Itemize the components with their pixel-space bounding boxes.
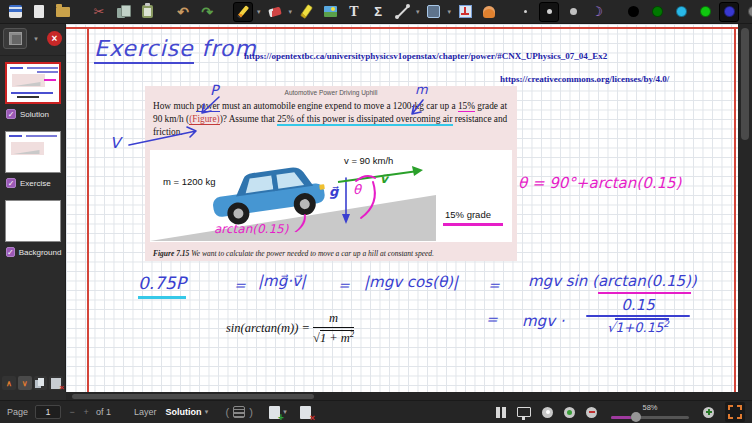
zoom-slider[interactable] xyxy=(611,412,689,422)
color-darkgreen-button[interactable] xyxy=(647,2,667,22)
vertical-scrollbar[interactable] xyxy=(738,24,752,392)
layer-thumbnail-exercise[interactable] xyxy=(5,131,61,173)
exercise-text: How much power must an automobile engine… xyxy=(153,100,509,139)
equation1-term3: mgv sin (arctan(0.15)) xyxy=(528,272,697,290)
cyan-swatch xyxy=(676,6,687,17)
pen-options-chevron-icon[interactable]: ▾ xyxy=(257,8,261,16)
zoom-slider-thumb[interactable] xyxy=(631,412,641,422)
scroll-up-button[interactable]: ∧ xyxy=(2,376,16,390)
open-button[interactable] xyxy=(53,2,73,22)
zoom-controls: 58% xyxy=(496,402,748,422)
page-number-input[interactable]: 1 xyxy=(35,405,61,419)
math-tex-button[interactable]: Σ xyxy=(368,2,388,22)
zoom-fit-button[interactable] xyxy=(542,407,553,418)
paired-pages-toggle[interactable] xyxy=(496,407,506,418)
stroke-medium-button[interactable] xyxy=(539,2,559,22)
exercise-checkbox[interactable]: ✓ xyxy=(6,178,16,188)
status-bar: Page 1 − + of 1 Layer Solution ▾ ( ) + ▾… xyxy=(0,400,752,423)
save-icon xyxy=(9,5,22,18)
prev-layer-icon[interactable]: ( xyxy=(226,406,230,418)
page-border-top xyxy=(66,27,738,29)
text-tool-button[interactable]: T xyxy=(344,2,364,22)
page-decrement-button[interactable]: − xyxy=(65,407,79,417)
add-page-button[interactable]: + xyxy=(269,406,280,419)
layer-stack-icon[interactable] xyxy=(233,406,245,418)
medium-stroke-icon xyxy=(547,9,552,14)
presentation-mode-toggle[interactable] xyxy=(517,407,531,417)
copy-button[interactable] xyxy=(113,2,133,22)
stroke-fine-button[interactable] xyxy=(515,2,535,22)
fullscreen-button[interactable] xyxy=(725,402,745,422)
layer-label: Solution xyxy=(20,110,49,119)
cut-button[interactable]: ✂ xyxy=(89,2,109,22)
insert-image-button[interactable] xyxy=(320,2,340,22)
page-increment-button[interactable]: + xyxy=(79,407,93,417)
theme-toggle-button[interactable]: ☽ xyxy=(587,2,607,22)
page-canvas[interactable]: Exercise from https://opentextbc.ca/univ… xyxy=(66,24,738,392)
app-window: ✂ ↶ ↷ ▾ ▾ T Σ ▾ ▾ ☽ xyxy=(0,0,752,423)
fine-stroke-icon xyxy=(524,10,527,13)
paste-icon xyxy=(142,5,153,18)
undo-icon: ↶ xyxy=(177,4,189,20)
theta-label: θ xyxy=(353,182,361,197)
select-rectangle-button[interactable] xyxy=(424,2,444,22)
color-cyan-button[interactable] xyxy=(671,2,691,22)
pen-tool-button[interactable] xyxy=(233,2,253,22)
sidebar-header: ▾ × xyxy=(0,24,65,56)
horizontal-scrollbar[interactable] xyxy=(66,392,752,400)
background-checkbox[interactable]: ✓ xyxy=(6,247,15,257)
source-url-link[interactable]: https://opentextbc.ca/universityphysicsv… xyxy=(244,51,607,61)
zoom-out-button[interactable] xyxy=(586,407,597,418)
license-url-link[interactable]: https://creativecommons.org/licenses/by/… xyxy=(500,74,669,84)
layer-chevron-icon[interactable]: ▾ xyxy=(202,408,212,416)
eraser-options-chevron-icon[interactable]: ▾ xyxy=(289,8,293,16)
layer-thumbnail-background[interactable] xyxy=(5,200,61,242)
highlighter-icon xyxy=(300,5,312,19)
text-icon: T xyxy=(349,4,358,20)
exercise-title: Automotive Power Driving Uphill xyxy=(145,86,517,96)
vertical-space-button[interactable] xyxy=(455,2,475,22)
next-layer-icon[interactable]: ) xyxy=(249,406,253,418)
vertical-scroll-thumb[interactable] xyxy=(741,28,749,140)
paste-button[interactable] xyxy=(137,2,157,22)
color-green-button[interactable] xyxy=(695,2,715,22)
v-annotation: V xyxy=(110,134,120,152)
save-button[interactable] xyxy=(5,2,25,22)
color-blue-button[interactable] xyxy=(719,2,739,22)
thumbnail-art xyxy=(9,135,22,137)
green-swatch xyxy=(700,6,711,17)
velocity-vector-label: v⃗ xyxy=(380,172,388,186)
undo-button[interactable]: ↶ xyxy=(173,2,193,22)
latex-formula[interactable]: sin(arctan(m)) = m√1 + m2 xyxy=(226,311,354,346)
highlighter-tool-button[interactable] xyxy=(296,2,316,22)
duplicate-layer-button[interactable] xyxy=(34,376,48,390)
layer-thumbnail-solution[interactable] xyxy=(5,62,61,104)
eraser-tool-button[interactable] xyxy=(265,2,285,22)
redo-button[interactable]: ↷ xyxy=(197,2,217,22)
fraction-bar xyxy=(586,315,690,317)
horizontal-scroll-thumb[interactable] xyxy=(72,394,314,399)
shape-tool-button[interactable] xyxy=(392,2,412,22)
delete-layer-button[interactable]: × xyxy=(49,376,63,390)
exercise-image[interactable]: Automotive Power Driving Uphill How much… xyxy=(145,86,517,261)
select-options-chevron-icon[interactable]: ▾ xyxy=(448,8,452,16)
zoom-in-button[interactable] xyxy=(703,407,714,418)
sidebar-chevron-icon[interactable]: ▾ xyxy=(31,35,41,43)
hand-tool-button[interactable] xyxy=(479,2,499,22)
color-black-button[interactable] xyxy=(623,2,643,22)
new-document-button[interactable] xyxy=(29,2,49,22)
delete-page-button[interactable]: × xyxy=(300,406,311,419)
close-sidebar-button[interactable]: × xyxy=(47,31,62,46)
color-gray-button[interactable] xyxy=(743,2,752,22)
power-underlined: power xyxy=(196,101,219,112)
pen-icon xyxy=(237,5,249,18)
layer-select[interactable]: Solution xyxy=(166,407,202,417)
shape-options-chevron-icon[interactable]: ▾ xyxy=(416,8,420,16)
solution-checkbox[interactable]: ✓ xyxy=(6,109,16,119)
equals-sign: = xyxy=(486,311,498,327)
main-toolbar: ✂ ↶ ↷ ▾ ▾ T Σ ▾ ▾ ☽ xyxy=(0,0,752,24)
scroll-down-button[interactable]: ∨ xyxy=(18,376,32,390)
zoom-original-button[interactable] xyxy=(564,407,575,418)
stroke-thick-button[interactable] xyxy=(563,2,583,22)
preview-tab-button[interactable] xyxy=(3,28,27,49)
